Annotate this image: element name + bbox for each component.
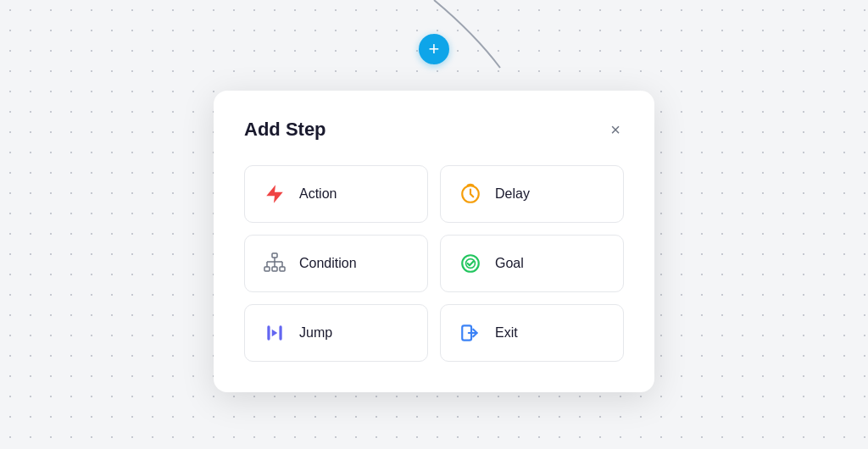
exit-icon xyxy=(458,320,483,346)
goal-icon xyxy=(458,251,483,276)
condition-icon xyxy=(262,251,287,276)
delay-step-button[interactable]: Delay xyxy=(440,165,624,223)
svg-rect-1 xyxy=(272,253,277,258)
jump-icon xyxy=(262,320,287,346)
svg-rect-3 xyxy=(272,267,277,271)
modal-title: Add Step xyxy=(244,119,326,141)
plus-icon: + xyxy=(429,38,440,60)
close-icon: × xyxy=(610,121,620,138)
modal-close-button[interactable]: × xyxy=(607,118,624,141)
add-step-modal: Add Step × Action Delay xyxy=(214,91,654,392)
svg-rect-13 xyxy=(279,325,281,340)
condition-step-button[interactable]: Condition xyxy=(244,235,428,292)
svg-rect-2 xyxy=(264,267,270,271)
action-step-button[interactable]: Action xyxy=(244,165,428,223)
svg-rect-12 xyxy=(267,325,270,340)
add-step-button[interactable]: + xyxy=(419,34,449,64)
action-label: Action xyxy=(299,186,337,202)
exit-step-button[interactable]: Exit xyxy=(440,304,624,362)
svg-rect-4 xyxy=(280,267,285,271)
goal-label: Goal xyxy=(495,256,524,271)
steps-grid: Action Delay xyxy=(244,165,624,362)
delay-icon xyxy=(458,181,483,207)
jump-step-button[interactable]: Jump xyxy=(244,304,428,362)
condition-label: Condition xyxy=(299,256,357,271)
exit-label: Exit xyxy=(495,325,518,341)
modal-header: Add Step × xyxy=(244,118,624,141)
action-icon xyxy=(262,181,287,207)
delay-label: Delay xyxy=(495,186,530,202)
goal-step-button[interactable]: Goal xyxy=(440,235,624,292)
jump-label: Jump xyxy=(299,325,332,341)
